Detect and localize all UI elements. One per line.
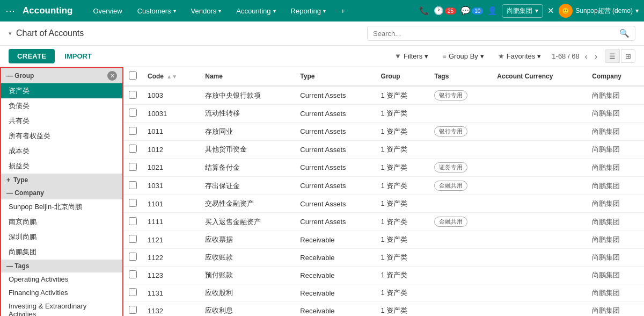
nav-add-button[interactable]: + <box>333 0 353 21</box>
next-page-button[interactable]: › <box>592 51 599 62</box>
search-bar[interactable]: 🔍 <box>367 26 635 41</box>
row-code[interactable]: 1122 <box>142 249 200 267</box>
table-row[interactable]: 10031 流动性转移 Current Assets 1 资产类 尚鹏集团 <box>123 105 644 123</box>
list-view-button[interactable]: ☰ <box>605 49 620 63</box>
row-checkbox-cell[interactable] <box>123 231 142 249</box>
search-input[interactable] <box>373 30 619 38</box>
row-code[interactable]: 10031 <box>142 105 200 123</box>
row-code[interactable]: 1012 <box>142 141 200 159</box>
sidebar-item-shared[interactable]: 共有类 <box>1 113 122 128</box>
search-icon[interactable]: 🔍 <box>619 28 630 38</box>
favorites-button[interactable]: ★ Favorites ▾ <box>493 50 546 62</box>
user-menu[interactable]: 🙂 Sunpop超营 (demo) ▾ <box>559 4 639 18</box>
table-row[interactable]: 1021 结算备付金 Current Assets 1 资产类 证券专用 尚鹏集… <box>123 159 644 177</box>
row-name[interactable]: 存放同业 <box>200 123 295 141</box>
contacts-icon[interactable]: 👤 <box>487 6 497 16</box>
row-code[interactable]: 1011 <box>142 123 200 141</box>
row-checkbox[interactable] <box>129 127 137 135</box>
row-name[interactable]: 交易性金融资产 <box>200 195 295 213</box>
table-row[interactable]: 1101 交易性金融资产 Current Assets 1 资产类 尚鹏集团 <box>123 195 644 213</box>
nav-reporting[interactable]: Reporting ▾ <box>283 0 333 21</box>
row-checkbox[interactable] <box>129 235 137 243</box>
row-code[interactable]: 1132 <box>142 302 200 317</box>
row-checkbox[interactable] <box>129 306 137 314</box>
table-row[interactable]: 1121 应收票据 Receivable 1 资产类 尚鹏集团 <box>123 231 644 249</box>
sidebar-company-header[interactable]: — Company <box>1 186 122 199</box>
nav-accounting[interactable]: Accounting ▾ <box>229 0 283 21</box>
row-checkbox-cell[interactable] <box>123 159 142 177</box>
table-row[interactable]: 1131 应收股利 Receivable 1 资产类 尚鹏集团 <box>123 284 644 302</box>
row-code[interactable]: 1111 <box>142 213 200 231</box>
app-grid-icon[interactable]: ⋯ <box>5 5 15 17</box>
sidebar-group-header[interactable]: — Group ✕ <box>1 68 122 83</box>
row-checkbox-cell[interactable] <box>123 105 142 123</box>
create-button[interactable]: CREATE <box>9 49 55 63</box>
row-checkbox[interactable] <box>129 199 137 207</box>
chat-icon[interactable]: 💬 10 <box>460 6 483 16</box>
row-checkbox[interactable] <box>129 145 137 153</box>
table-row[interactable]: 1031 存出保证金 Current Assets 1 资产类 金融共用 尚鹏集… <box>123 177 644 195</box>
sidebar-type-header[interactable]: + Type <box>1 174 122 186</box>
nav-customers[interactable]: Customers ▾ <box>130 0 184 21</box>
sidebar-item-assets[interactable]: 资产类 <box>1 83 122 98</box>
row-name[interactable]: 应收股利 <box>200 284 295 302</box>
row-checkbox[interactable] <box>129 288 137 296</box>
table-row[interactable]: 1132 应收利息 Receivable 1 资产类 尚鹏集团 <box>123 302 644 317</box>
row-code[interactable]: 1121 <box>142 231 200 249</box>
table-row[interactable]: 1123 预付账款 Receivable 1 资产类 尚鹏集团 <box>123 267 644 284</box>
nav-overview[interactable]: Overview <box>86 0 130 21</box>
row-name[interactable]: 预付账款 <box>200 267 295 284</box>
row-checkbox-cell[interactable] <box>123 213 142 231</box>
phone-icon[interactable]: 📞 <box>419 6 429 16</box>
row-checkbox[interactable] <box>129 270 137 278</box>
prev-page-button[interactable]: ‹ <box>583 51 590 62</box>
company-selector[interactable]: 尚鹏集团 ▾ <box>502 4 543 18</box>
select-all-checkbox[interactable] <box>129 71 137 80</box>
sidebar-item-investing[interactable]: Investing & Extraordinary Activities <box>1 299 122 316</box>
nav-vendors[interactable]: Vendors ▾ <box>184 0 229 21</box>
select-all-column[interactable] <box>123 67 142 86</box>
table-row[interactable]: 1003 存放中央银行款项 Current Assets 1 资产类 银行专用 … <box>123 86 644 105</box>
group-by-button[interactable]: ≡ Group By ▾ <box>437 50 489 62</box>
import-button[interactable]: IMPORT <box>60 49 96 63</box>
table-row[interactable]: 1122 应收账款 Receivable 1 资产类 尚鹏集团 <box>123 249 644 267</box>
table-row[interactable]: 1011 存放同业 Current Assets 1 资产类 银行专用 尚鹏集团 <box>123 123 644 141</box>
row-checkbox-cell[interactable] <box>123 267 142 284</box>
sidebar-item-equity[interactable]: 所有者权益类 <box>1 128 122 143</box>
table-row[interactable]: 1111 买入返售金融资产 Current Assets 1 资产类 金融共用 … <box>123 213 644 231</box>
breadcrumb-chevron[interactable]: ▾ <box>9 30 12 37</box>
row-code[interactable]: 1031 <box>142 177 200 195</box>
row-checkbox-cell[interactable] <box>123 86 142 105</box>
row-name[interactable]: 存出保证金 <box>200 177 295 195</box>
sidebar-item-cost[interactable]: 成本类 <box>1 143 122 159</box>
row-checkbox-cell[interactable] <box>123 284 142 302</box>
row-code[interactable]: 1003 <box>142 86 200 105</box>
row-name[interactable]: 应收账款 <box>200 249 295 267</box>
row-code[interactable]: 1123 <box>142 267 200 284</box>
row-checkbox-cell[interactable] <box>123 302 142 317</box>
sidebar-item-group[interactable]: 尚鹏集团 <box>1 245 122 260</box>
sidebar-item-beijing[interactable]: Sunpop Beijin-北京尚鹏 <box>1 199 122 214</box>
row-name[interactable]: 流动性转移 <box>200 105 295 123</box>
table-row[interactable]: 1012 其他货币资金 Current Assets 1 资产类 尚鹏集团 <box>123 141 644 159</box>
row-checkbox[interactable] <box>129 163 137 171</box>
row-name[interactable]: 买入返售金融资产 <box>200 213 295 231</box>
row-checkbox-cell[interactable] <box>123 177 142 195</box>
row-checkbox[interactable] <box>129 109 137 117</box>
sidebar-tags-header[interactable]: — Tags <box>1 260 122 272</box>
row-code[interactable]: 1101 <box>142 195 200 213</box>
row-checkbox-cell[interactable] <box>123 123 142 141</box>
row-checkbox-cell[interactable] <box>123 195 142 213</box>
sidebar-item-financing[interactable]: Financing Activities <box>1 286 122 299</box>
row-checkbox-cell[interactable] <box>123 141 142 159</box>
clock-icon[interactable]: 🕐 25 <box>434 6 456 16</box>
row-code[interactable]: 1021 <box>142 159 200 177</box>
filters-button[interactable]: ▼ Filters ▾ <box>389 50 434 62</box>
close-icon[interactable]: ✕ <box>547 6 554 16</box>
sidebar-group-close-button[interactable]: ✕ <box>107 71 117 81</box>
sidebar-item-liabilities[interactable]: 负债类 <box>1 98 122 113</box>
sidebar-item-shenzhen[interactable]: 深圳尚鹏 <box>1 229 122 245</box>
row-name[interactable]: 应收利息 <box>200 302 295 317</box>
row-name[interactable]: 存放中央银行款项 <box>200 86 295 105</box>
code-column-header[interactable]: Code ▲▼ <box>142 67 200 86</box>
